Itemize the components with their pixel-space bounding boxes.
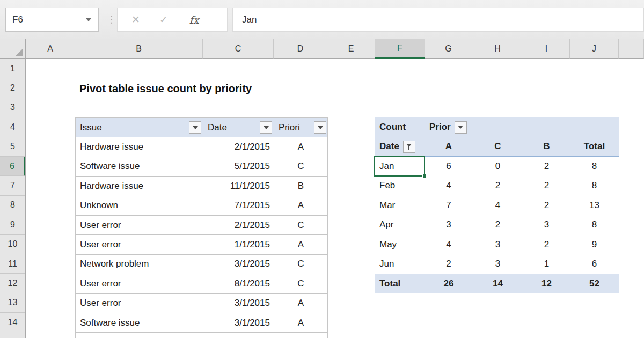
- pivot-value-cell[interactable]: 2: [425, 254, 472, 274]
- pivot-row-field[interactable]: Date: [375, 137, 425, 156]
- cell-date[interactable]: 7/1/2015: [203, 196, 274, 216]
- column-header-e[interactable]: E: [327, 39, 375, 59]
- cell-priority[interactable]: C: [274, 274, 328, 293]
- header-cell-issue[interactable]: Issue: [76, 118, 203, 137]
- pivot-month-cell[interactable]: Jun: [375, 254, 425, 274]
- pivot-total-label[interactable]: Total: [375, 274, 425, 293]
- column-header-j[interactable]: J: [570, 39, 619, 59]
- pivot-value-cell[interactable]: 9: [570, 234, 619, 254]
- column-header-a[interactable]: A: [26, 39, 75, 59]
- row-header-12[interactable]: 12: [0, 274, 25, 293]
- cell-date[interactable]: 1/1/2015: [203, 235, 274, 254]
- pivot-value-cell[interactable]: 13: [570, 196, 619, 215]
- pivot-total-cell[interactable]: 12: [523, 274, 570, 293]
- column-header-f-selected[interactable]: F: [375, 39, 425, 59]
- chevron-down-icon[interactable]: [85, 18, 92, 21]
- filter-dropdown-button[interactable]: [260, 121, 272, 134]
- pivot-value-cell[interactable]: 3: [472, 234, 523, 254]
- pivot-value-cell[interactable]: 7: [425, 196, 472, 215]
- row-header-8[interactable]: 8: [0, 196, 25, 215]
- row-header-3[interactable]: 3: [0, 98, 25, 117]
- pivot-value-cell[interactable]: 2: [523, 176, 570, 195]
- row-header-11[interactable]: 11: [0, 254, 25, 274]
- cell-date[interactable]: 3/1/2015: [203, 255, 274, 274]
- cell-issue[interactable]: Hardware issue: [76, 137, 203, 157]
- cell-date[interactable]: 11/1/2015: [203, 177, 274, 196]
- row-header-5[interactable]: 5: [0, 137, 25, 157]
- cell-issue[interactable]: Network problem: [76, 255, 203, 274]
- cell-date[interactable]: 2/1/2015: [203, 216, 274, 235]
- pivot-month-cell[interactable]: Mar: [375, 196, 425, 215]
- cell-issue[interactable]: User error: [76, 216, 203, 235]
- cell-priority[interactable]: C: [274, 255, 328, 274]
- cell-issue[interactable]: Software issue: [76, 313, 203, 333]
- pivot-month-cell[interactable]: Apr: [375, 215, 425, 234]
- header-cell-date[interactable]: Date: [203, 118, 274, 137]
- column-header-d[interactable]: D: [274, 39, 327, 59]
- cell-priority[interactable]: A: [274, 313, 328, 333]
- pivot-value-cell[interactable]: 2: [472, 176, 523, 195]
- pivot-filter-field[interactable]: Prior: [425, 117, 472, 137]
- formula-bar[interactable]: Jan: [232, 8, 644, 32]
- column-header-g[interactable]: G: [425, 39, 472, 59]
- filter-applied-button[interactable]: [403, 141, 415, 153]
- row-header-10[interactable]: 10: [0, 235, 25, 254]
- pivot-value-cell[interactable]: 8: [570, 176, 619, 195]
- pivot-col-header[interactable]: Total: [570, 137, 619, 156]
- pivot-value-cell[interactable]: 4: [472, 196, 523, 215]
- pivot-value-cell[interactable]: 0: [472, 157, 523, 176]
- pivot-value-cell[interactable]: 8: [570, 157, 619, 176]
- fill-handle[interactable]: [422, 174, 427, 178]
- select-all-corner[interactable]: [0, 39, 26, 59]
- cell-priority[interactable]: A: [274, 294, 328, 313]
- pivot-value-cell[interactable]: 2: [523, 196, 570, 215]
- cell-priority[interactable]: A: [274, 235, 328, 254]
- pivot-col-header[interactable]: C: [472, 137, 523, 156]
- pivot-value-cell[interactable]: 2: [472, 215, 523, 234]
- pivot-value-cell[interactable]: 6: [425, 157, 472, 176]
- pivot-col-header[interactable]: B: [523, 137, 570, 156]
- pivot-value-cell[interactable]: 3: [472, 254, 523, 274]
- row-header-15[interactable]: 15: [0, 332, 25, 338]
- pivot-value-cell[interactable]: 6: [570, 254, 619, 274]
- pivot-value-cell[interactable]: 3: [523, 215, 570, 234]
- row-header-9[interactable]: 9: [0, 215, 25, 234]
- cell-date[interactable]: 1/1/2015: [203, 333, 274, 338]
- cell-priority[interactable]: A: [274, 196, 328, 216]
- cell-issue[interactable]: Unknown: [76, 196, 203, 216]
- row-header-14[interactable]: 14: [0, 313, 25, 332]
- pivot-value-cell[interactable]: 2: [523, 157, 570, 176]
- header-cell-priority[interactable]: Priori: [274, 118, 328, 137]
- cell-issue[interactable]: User error: [76, 235, 203, 254]
- cell-date[interactable]: 3/1/2015: [203, 313, 274, 333]
- cell-issue[interactable]: Network problem: [76, 333, 203, 338]
- row-header-4[interactable]: 4: [0, 117, 25, 137]
- insert-function-icon[interactable]: fx: [189, 14, 199, 26]
- row-header-13[interactable]: 13: [0, 293, 25, 313]
- row-header-6-selected[interactable]: 6: [0, 157, 25, 176]
- cell-date[interactable]: 3/1/2015: [203, 294, 274, 313]
- cell-priority[interactable]: C: [274, 216, 328, 235]
- row-header-1[interactable]: 1: [0, 59, 25, 78]
- column-header-h[interactable]: H: [472, 39, 523, 59]
- pivot-value-cell[interactable]: 4: [425, 176, 472, 195]
- cell-priority[interactable]: B: [274, 177, 328, 196]
- cell-priority[interactable]: C: [274, 157, 328, 177]
- cell-issue[interactable]: Hardware issue: [76, 177, 203, 196]
- filter-dropdown-button[interactable]: [189, 121, 201, 134]
- cancel-icon[interactable]: ✕: [131, 13, 140, 26]
- pivot-total-cell[interactable]: 52: [570, 274, 619, 293]
- pivot-month-cell[interactable]: May: [375, 234, 425, 254]
- pivot-total-cell[interactable]: 14: [472, 274, 523, 293]
- cell-issue[interactable]: Software issue: [76, 157, 203, 177]
- pivot-value-cell[interactable]: 4: [425, 234, 472, 254]
- pivot-count-label[interactable]: Count: [375, 117, 425, 137]
- column-header-b[interactable]: B: [75, 39, 203, 59]
- pivot-col-header[interactable]: A: [425, 137, 472, 156]
- cell-priority[interactable]: A: [274, 333, 328, 338]
- column-header-c[interactable]: C: [203, 39, 274, 59]
- pivot-total-cell[interactable]: 26: [425, 274, 472, 293]
- cell-issue[interactable]: User error: [76, 294, 203, 313]
- cell-date[interactable]: 5/1/2015: [203, 157, 274, 177]
- cell-priority[interactable]: A: [274, 137, 328, 157]
